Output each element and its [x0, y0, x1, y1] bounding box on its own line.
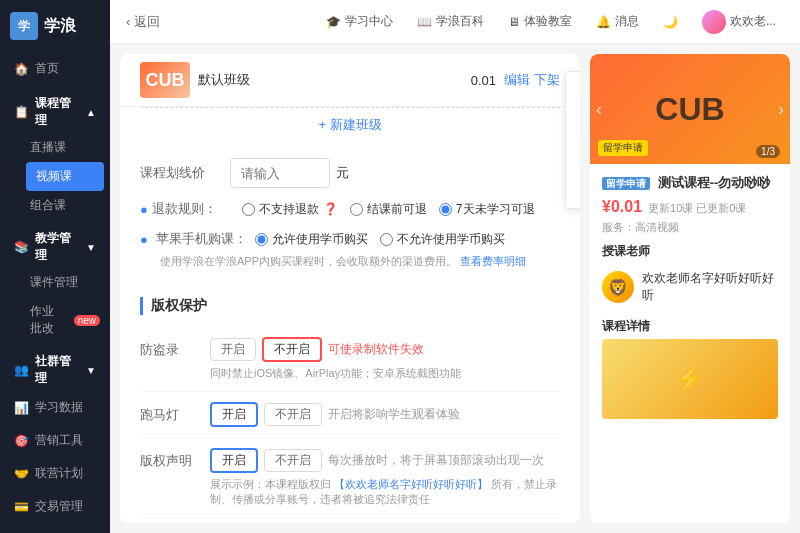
- homework-badge: new: [74, 315, 100, 326]
- antiscreen-warning: 可使录制软件失效: [328, 341, 424, 358]
- teacher-info: 欢欢老师名字好听好听好听: [642, 270, 778, 304]
- menu-copyright[interactable]: 版权保护: [566, 174, 580, 208]
- rp-service: 服务：高清视频: [602, 220, 778, 235]
- copyright-section-title-wrap: 版权保护: [140, 297, 560, 315]
- teacher-name: 欢欢老师名字好听好听好听: [642, 270, 778, 304]
- menu-graphic-intro[interactable]: 图文介绍: [566, 106, 580, 140]
- carousel: ‹ CUB › 1/3 留学申请: [590, 54, 790, 164]
- course-badge: 留学申请: [598, 140, 648, 156]
- antiscreen-on-btn[interactable]: 开启: [210, 338, 256, 361]
- sidebar-item-home[interactable]: 🏠 首页: [0, 52, 110, 85]
- antiscreen-label: 防盗录: [140, 337, 210, 359]
- edit-button[interactable]: 编辑: [504, 71, 530, 89]
- marketing-icon: 🎯: [14, 434, 29, 448]
- copyright-on-btn[interactable]: 开启: [210, 448, 258, 473]
- watermark-label: 跑马灯: [140, 402, 210, 424]
- antiscreen-controls: 开启 不开启 可使录制软件失效 同时禁止iOS镜像、AirPlay功能；安卓系统…: [210, 337, 461, 381]
- watermark-off-btn[interactable]: 不开启: [264, 403, 322, 426]
- refund-option-2[interactable]: 7天未学习可退: [439, 201, 535, 218]
- yuan-label: 元: [336, 164, 349, 182]
- sidebar-item-finance[interactable]: 💰 财务管理: [0, 523, 110, 533]
- refund-radio-group: 不支持退款 ❓ 结课前可退 7天未学习可退: [242, 201, 535, 218]
- price-row: 课程划线价 元: [140, 158, 560, 188]
- question-icon: ❓: [323, 202, 338, 216]
- chevron-down-icon: ▼: [86, 242, 96, 253]
- watermark-on-btn[interactable]: 开启: [210, 402, 258, 427]
- watermark-toggle-group: 开启 不开启 开启将影响学生观看体验: [210, 402, 460, 427]
- refund-dot: ●: [140, 202, 148, 217]
- logo: 学 学浪: [0, 0, 110, 52]
- sidebar-item-learning-data[interactable]: 📊 学习数据: [0, 391, 110, 424]
- sidebar-item-combo[interactable]: 组合课: [20, 191, 110, 220]
- moon-icon-btn[interactable]: 🌙: [655, 15, 686, 29]
- rp-update: 更新10课 已更新0课: [648, 201, 746, 216]
- form-panel: CUB 默认班级 0.01 编辑 下架 基础信息 图文介绍 课程配置 版权保护: [120, 54, 580, 523]
- user-menu[interactable]: 欢欢老...: [694, 10, 784, 34]
- apple-option-1[interactable]: 不允许使用学币购买: [380, 231, 505, 248]
- menu-basic-info[interactable]: 基础信息: [566, 72, 580, 106]
- download-button[interactable]: 下架: [534, 71, 560, 89]
- rp-teacher-title: 授课老师: [602, 243, 778, 260]
- copyright-notice-controls: 开启 不开启 每次播放时，将于屏幕顶部滚动出现一次 展示示例：本课程版权归 【欢…: [210, 448, 560, 507]
- carousel-right-arrow[interactable]: ›: [778, 99, 784, 120]
- logo-icon: 学: [10, 12, 38, 40]
- apple-option-0[interactable]: 允许使用学币购买: [255, 231, 368, 248]
- home-icon: 🏠: [14, 62, 29, 76]
- wiki-link[interactable]: 📖 学浪百科: [409, 13, 492, 30]
- apple-row-inner: ● 苹果手机购课： 允许使用学币购买 不允许使用学币购买: [140, 230, 505, 248]
- sidebar-item-homework[interactable]: 作业批改 new: [20, 297, 110, 343]
- antiscreen-off-btn[interactable]: 不开启: [262, 337, 322, 362]
- sidebar-item-community[interactable]: 👥 社群管理 ▼: [0, 343, 110, 391]
- study-icon: 🎓: [326, 15, 341, 29]
- antiscreen-hint: 同时禁止iOS镜像、AirPlay功能；安卓系统截图功能: [210, 366, 461, 381]
- add-class-button[interactable]: + 新建班级: [140, 107, 560, 142]
- notifications-button[interactable]: 🔔 消息: [588, 13, 647, 30]
- right-preview-panel: ‹ CUB › 1/3 留学申请 留学申请 测试课程--勿动唦唦 ¥0.01 更…: [590, 54, 790, 523]
- avatar: [702, 10, 726, 34]
- apple-dot: ●: [140, 232, 148, 247]
- sidebar-item-marketing[interactable]: 🎯 营销工具: [0, 424, 110, 457]
- sidebar-item-live[interactable]: 直播课: [20, 133, 110, 162]
- menu-course-config[interactable]: 课程配置: [566, 140, 580, 174]
- right-panel-info: 留学申请 测试课程--勿动唦唦 ¥0.01 更新10课 已更新0课 服务：高清视…: [590, 164, 790, 429]
- back-arrow-icon: ‹: [126, 14, 130, 29]
- moon-icon: 🌙: [663, 15, 678, 29]
- carousel-left-arrow[interactable]: ‹: [596, 99, 602, 120]
- refund-option-0[interactable]: 不支持退款 ❓: [242, 201, 338, 218]
- copyright-owner-link[interactable]: 【欢欢老师名字好听好听好听】: [334, 478, 488, 490]
- antiscreen-row: 防盗录 开启 不开启 可使录制软件失效 同时禁止iOS镜像、AirPlay功能；…: [140, 327, 560, 392]
- sidebar-item-affiliate[interactable]: 🤝 联营计划: [0, 457, 110, 490]
- apple-fee-link[interactable]: 查看费率明细: [460, 255, 526, 267]
- sidebar-item-course-material[interactable]: 课件管理: [20, 268, 110, 297]
- chevron-down2-icon: ▼: [86, 365, 96, 376]
- study-center-link[interactable]: 🎓 学习中心: [318, 13, 401, 30]
- main-area: ‹ 返回 🎓 学习中心 📖 学浪百科 🖥 体验教室 🔔 消息 🌙 欢欢老...: [110, 0, 800, 533]
- sidebar-item-transaction[interactable]: 💳 交易管理: [0, 490, 110, 523]
- sidebar-item-course-mgmt[interactable]: 📋 课程管理 ▲: [0, 85, 110, 133]
- copyright-section: 防盗录 开启 不开启 可使录制软件失效 同时禁止iOS镜像、AirPlay功能；…: [140, 327, 560, 523]
- experience-icon: 🖥: [508, 15, 520, 29]
- rp-course-title: 留学申请 测试课程--勿动唦唦: [602, 174, 778, 192]
- watermark-controls: 开启 不开启 开启将影响学生观看体验: [210, 402, 460, 427]
- price-input[interactable]: [230, 158, 330, 188]
- antiscreen-toggle-group: 开启 不开启 可使录制软件失效: [210, 337, 461, 362]
- refund-option-1[interactable]: 结课前可退: [350, 201, 427, 218]
- transaction-icon: 💳: [14, 500, 29, 514]
- chevron-up-icon: ▲: [86, 107, 96, 118]
- course-submenu: 直播课 视频课 组合课: [0, 133, 110, 220]
- sidebar-item-teaching-mgmt[interactable]: 📚 教学管理 ▼: [0, 220, 110, 268]
- rp-price-row: ¥0.01 更新10课 已更新0课: [602, 198, 778, 216]
- copyright-hint-detail: 展示示例：本课程版权归 【欢欢老师名字好听好听好听】 所有，禁止录制、传播或分享…: [210, 477, 560, 507]
- apple-row: ● 苹果手机购课： 允许使用学币购买 不允许使用学币购买 使用学浪在: [140, 230, 560, 269]
- sidebar-item-video[interactable]: 视频课: [26, 162, 104, 191]
- copyright-section-title: 版权保护: [151, 297, 207, 313]
- class-name-cell: 默认班级: [198, 71, 463, 89]
- rp-price: ¥0.01: [602, 198, 642, 216]
- device-row: 禁止投屏 开启 不开启 同一时间只允许一台设备登录，手机、电脑允许同时观看: [140, 518, 560, 523]
- copyright-off-btn[interactable]: 不开启: [264, 449, 322, 472]
- price-label: 课程划线价: [140, 164, 230, 182]
- sidebar: 学 学浪 🏠 首页 📋 课程管理 ▲ 直播课 视频课 组合课 📚 教学管理 ▼ …: [0, 0, 110, 533]
- back-button[interactable]: ‹ 返回: [126, 13, 160, 31]
- bell-icon: 🔔: [596, 15, 611, 29]
- experience-link[interactable]: 🖥 体验教室: [500, 13, 580, 30]
